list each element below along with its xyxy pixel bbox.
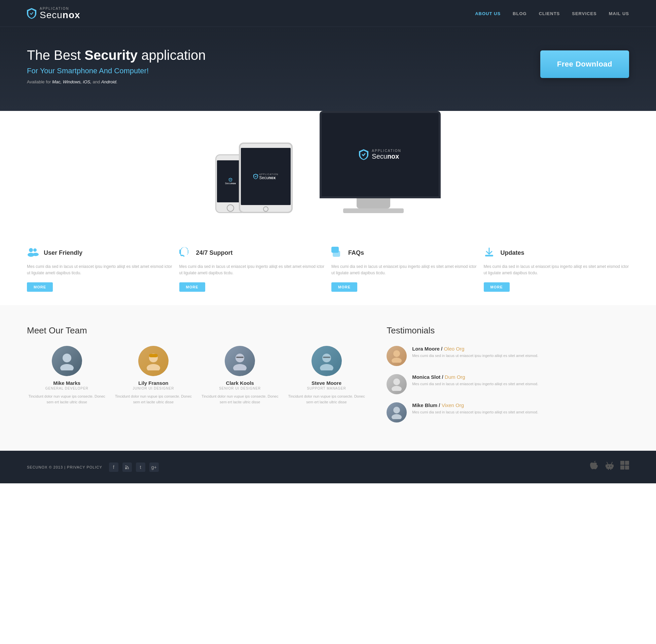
social-google-plus[interactable]: g+ [149, 462, 159, 472]
team-member-lily: Lily Franson JUNIOR UI DESIGNER Tincidun… [113, 346, 193, 405]
svg-rect-30 [606, 464, 607, 467]
feature-title-1: 24/7 Support [196, 249, 233, 256]
feature-title-0: User Friendly [44, 249, 82, 256]
testimonial-text-monica: Mes cumi dia sed in lacus ut eniascet ip… [412, 381, 538, 387]
nav-link-clients[interactable]: CLIENTS [539, 11, 560, 16]
monitor-brand-text: Secunox [372, 153, 401, 160]
nav-link-services[interactable]: SERVICES [572, 11, 597, 16]
monitor-stand [356, 198, 390, 208]
platform-android[interactable] [606, 461, 614, 473]
testimonials-title: Testimonials [387, 325, 629, 336]
feature-btn-3[interactable]: MORE [484, 282, 510, 292]
avatar-steve [311, 346, 342, 376]
platform-windows[interactable] [620, 461, 629, 473]
feature-text-1: Mes cumi dia sed in lacus ut eniascet ip… [179, 263, 325, 276]
svg-rect-6 [485, 255, 493, 256]
svg-point-13 [233, 364, 246, 370]
svg-point-7 [63, 353, 71, 362]
nav-link-mail[interactable]: MAIL US [609, 11, 629, 16]
hero-subtitle: For Your Smartphone And Computer! [27, 67, 236, 75]
svg-rect-36 [620, 465, 625, 469]
feature-btn-2[interactable]: MORE [331, 282, 357, 292]
tablet-shield-icon [253, 174, 258, 179]
testimonial-content-mike-blum: Mike Blum / Vixen Org Mes cumi dia sed i… [412, 402, 538, 415]
feature-title-2: FAQs [348, 249, 364, 256]
nav-link-about[interactable]: ABOUT US [475, 11, 501, 16]
feature-text-2: Mes cumi dia sed in lacus ut eniascet ip… [331, 263, 477, 276]
testimonial-avatar-mike-blum [387, 402, 407, 422]
feature-header-2: FAQs [331, 247, 477, 259]
feature-btn-0[interactable]: MORE [27, 282, 53, 292]
hero-content: The Best Security application For Your S… [27, 47, 236, 84]
testimonial-text-lora: Mes cumi dia sed in lacus ut eniascet ip… [412, 353, 538, 359]
feature-title-3: Updates [501, 249, 524, 256]
svg-rect-35 [625, 461, 629, 465]
svg-rect-11 [149, 354, 158, 357]
team-member-mike: Mike Marks GENERAL DEVELOPER Tincidunt d… [27, 346, 107, 405]
tablet-screen: APPLICATION Secunox [241, 148, 291, 205]
nav-item-blog[interactable]: BLOG [513, 10, 527, 17]
nav-link-blog[interactable]: BLOG [513, 11, 527, 16]
monitor-app-label: APPLICATION [372, 149, 401, 153]
logo-text-group: APPLICATION Secunox [40, 7, 81, 20]
phone-home-button [227, 204, 234, 212]
svg-point-16 [320, 364, 333, 370]
shield-icon [27, 8, 36, 19]
social-twitter[interactable]: t [136, 462, 145, 472]
nav-item-clients[interactable]: CLIENTS [539, 10, 560, 17]
faqs-icon [331, 247, 344, 259]
nav-item-services[interactable]: SERVICES [572, 10, 597, 17]
svg-rect-37 [625, 465, 629, 469]
svg-point-24 [125, 468, 127, 469]
avatar-mike [52, 346, 82, 376]
feature-header-0: User Friendly [27, 247, 173, 259]
svg-point-20 [393, 378, 400, 385]
svg-rect-14 [236, 356, 244, 358]
tablet-logo: APPLICATION Secunox [253, 173, 279, 180]
user-friendly-icon [27, 247, 39, 259]
svg-line-29 [611, 462, 612, 464]
nav-item-mail[interactable]: MAIL US [609, 10, 629, 17]
social-rss[interactable] [123, 462, 132, 472]
feature-btn-1[interactable]: MORE [179, 282, 205, 292]
team-role-lily: JUNIOR UI DESIGNER [133, 387, 174, 390]
footer-copyright: SECUNOX © 2013 | PRIVACY POLICY [27, 465, 102, 469]
testimonial-name-mike-blum: Mike Blum / Vixen Org [412, 402, 538, 408]
team-role-clark: SENIOR UI DESIGNER [219, 387, 261, 390]
monitor-wrapper: APPLICATION Secunox [306, 111, 441, 213]
team-title: Meet Our Team [27, 325, 366, 336]
nav-item-about[interactable]: ABOUT US [475, 10, 501, 17]
avatar-img-lily [138, 346, 169, 376]
svg-rect-32 [608, 468, 609, 470]
team-role-mike: GENERAL DEVELOPER [45, 387, 88, 390]
updates-icon [484, 247, 496, 259]
logo[interactable]: APPLICATION Secunox [27, 7, 81, 20]
testimonial-lora: Lora Moore / Oleo Org Mes cumi dia sed i… [387, 346, 629, 366]
social-facebook[interactable]: f [109, 462, 118, 472]
team-section: Meet Our Team Mike Marks GENERAL DEVELOP… [27, 325, 366, 431]
svg-point-27 [611, 466, 612, 467]
svg-point-3 [32, 253, 39, 256]
nav-links: ABOUT US BLOG CLIENTS SERVICES MAIL US [475, 10, 629, 17]
svg-point-0 [29, 248, 33, 252]
testimonial-avatar-lora [387, 346, 407, 366]
avatar-img-steve [311, 346, 342, 376]
feature-header-3: Updates [484, 247, 629, 259]
team-bio-lily: Tincidunt dolor nun vupue ips consecte. … [113, 394, 193, 405]
feature-faqs: FAQs Mes cumi dia sed in lacus ut eniasc… [331, 247, 477, 292]
feature-header-1: 24/7 Support [179, 247, 325, 259]
team-bio-steve: Tincidunt dolor nun vupue ips consecte. … [287, 394, 366, 405]
platform-apple[interactable] [590, 461, 599, 473]
svg-rect-34 [620, 461, 625, 465]
svg-rect-33 [610, 468, 611, 470]
team-name-clark: Clark Kools [226, 380, 254, 386]
phone-logo: Secunox [225, 178, 236, 185]
avatar-lily [138, 346, 169, 376]
testimonial-mike-blum: Mike Blum / Vixen Org Mes cumi dia sed i… [387, 402, 629, 422]
feature-user-friendly: User Friendly Mes cumi dia sed in lacus … [27, 247, 173, 292]
svg-point-23 [392, 414, 402, 419]
free-download-button[interactable]: Free Download [540, 50, 629, 78]
team-grid: Mike Marks GENERAL DEVELOPER Tincidunt d… [27, 346, 366, 405]
team-name-mike: Mike Marks [53, 380, 81, 386]
monitor-base [343, 208, 404, 213]
